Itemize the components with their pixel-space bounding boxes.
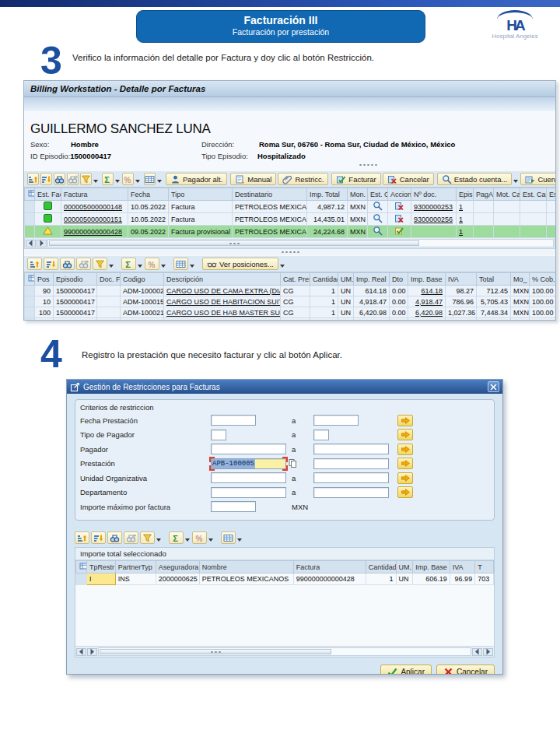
column-header[interactable]: Tipo xyxy=(169,188,233,201)
column-header[interactable]: Imp. Base xyxy=(408,273,446,286)
column-header[interactable]: Cat. Pres. xyxy=(281,273,310,286)
dropdown-arrow-icon[interactable] xyxy=(237,538,242,542)
dialog-close-button[interactable] xyxy=(488,381,499,392)
cell-link[interactable]: 6,420.98 xyxy=(415,309,443,317)
column-header[interactable]: Epis. xyxy=(457,188,474,201)
fecha-prestacion-multi-select-button[interactable] xyxy=(397,415,413,426)
scroll-left-button[interactable] xyxy=(26,240,36,247)
cell-link[interactable]: 1 xyxy=(459,228,463,236)
dropdown-arrow-icon[interactable] xyxy=(208,538,213,542)
cell-link[interactable]: CARGO USO DE HAB MASTER SUITE (DIA) xyxy=(166,309,281,317)
find-next-button[interactable] xyxy=(76,258,91,270)
sum-button[interactable]: Σ xyxy=(121,258,136,270)
filter-button[interactable] xyxy=(80,173,92,185)
grid-button[interactable] xyxy=(221,531,236,544)
row-select-cell[interactable] xyxy=(25,318,35,321)
invoice-row[interactable]: 00000500000015110.05.2022FacturaPETROLEO… xyxy=(25,213,556,226)
dropdown-arrow-icon[interactable] xyxy=(157,180,162,183)
cuentas-button[interactable]: Cuentas xyxy=(520,173,556,185)
sum-button[interactable]: Σ xyxy=(102,173,114,185)
row-select-cell[interactable] xyxy=(25,307,35,318)
fecha-prestacion-from-input[interactable] xyxy=(211,415,256,426)
pagador-to-input[interactable] xyxy=(313,444,389,454)
column-header[interactable]: Total xyxy=(477,273,511,286)
column-header[interactable]: Dto xyxy=(390,273,408,286)
grid-button[interactable] xyxy=(173,258,188,270)
column-header[interactable]: UM. xyxy=(338,273,354,286)
cell-link[interactable]: 000005000000151 xyxy=(64,216,122,223)
column-header[interactable]: Mon. xyxy=(348,188,368,201)
ver-posiciones-button[interactable]: Ver posiciones... xyxy=(202,258,278,270)
filter-button[interactable] xyxy=(93,258,107,270)
select-all-cell[interactable] xyxy=(76,561,87,573)
column-header[interactable]: Nº doc. xyxy=(411,188,457,201)
column-header[interactable]: Nombre xyxy=(199,561,293,573)
filter-button[interactable] xyxy=(140,531,155,544)
column-header[interactable]: Cantidad xyxy=(366,561,396,573)
cancelar-button[interactable]: Cancelar xyxy=(383,173,434,185)
dropdown-arrow-icon[interactable] xyxy=(93,180,98,183)
departamento-to-input[interactable] xyxy=(313,487,389,498)
column-header[interactable]: Imp. Total xyxy=(307,188,348,201)
dropdown-arrow-icon[interactable] xyxy=(513,180,518,183)
position-row[interactable]: 1101500000417ADM-100086PROTOCOLO DE SANI… xyxy=(25,318,556,321)
prestacion-multi-select-button[interactable] xyxy=(397,458,413,469)
cell-link[interactable]: 990000000000428 xyxy=(64,228,122,236)
dropdown-arrow-icon[interactable] xyxy=(135,180,140,183)
column-header[interactable]: PartnerTyp xyxy=(115,561,156,573)
column-header[interactable]: Est. Canc. xyxy=(520,188,547,201)
copy-icon[interactable] xyxy=(288,458,298,469)
invoice-row[interactable]: 99000000000042809.05.2022Factura provisi… xyxy=(25,226,556,238)
dropdown-arrow-icon[interactable] xyxy=(190,265,194,268)
invoice-row[interactable]: 00000500000014810.05.2022FacturaPETROLEO… xyxy=(25,201,556,213)
cell-link[interactable]: 1 xyxy=(459,216,463,223)
sort-desc-button[interactable] xyxy=(44,258,58,270)
cell-link[interactable]: 1 xyxy=(459,203,463,211)
scroll-thumb[interactable] xyxy=(49,240,419,246)
column-header[interactable]: Factura xyxy=(61,188,128,201)
column-header[interactable]: Cantidad xyxy=(310,273,338,286)
splitter-grip[interactable] xyxy=(281,251,299,254)
cell-link[interactable]: CARGO USO DE HABITACION SUITE (DIA) xyxy=(166,298,281,306)
column-header[interactable]: Mot. Canc xyxy=(494,188,520,201)
position-row[interactable]: 101500000417ADM-100015CARGO USO DE HABIT… xyxy=(25,296,556,307)
grid-splitter[interactable] xyxy=(24,249,555,255)
dropdown-arrow-icon[interactable] xyxy=(280,265,285,268)
cell-link[interactable]: 614.18 xyxy=(421,287,443,295)
dialog-titlebar[interactable]: Gestión de Restricciones para Facturas xyxy=(67,380,502,394)
restricc-button[interactable]: Restricc. xyxy=(278,173,328,185)
column-header[interactable]: Fecha xyxy=(128,188,169,201)
row-select-cell[interactable] xyxy=(25,286,35,296)
column-header[interactable]: % Cob. xyxy=(530,273,556,286)
dropdown-arrow-icon[interactable] xyxy=(161,265,166,268)
importe-maximo-por-factura-from-input[interactable] xyxy=(211,501,256,512)
select-all-cell[interactable] xyxy=(25,188,35,201)
departamento-from-input[interactable] xyxy=(211,487,286,498)
selection-grid-hscrollbar[interactable] xyxy=(75,646,494,657)
column-header[interactable]: T xyxy=(475,561,494,573)
find-next-button[interactable] xyxy=(124,531,138,544)
tipo-de-pagador-multi-select-button[interactable] xyxy=(397,429,413,440)
position-row[interactable]: 901500000417ADM-100002CARGO USO DE CAMA … xyxy=(25,286,556,296)
cell-link[interactable]: 4,918.47 xyxy=(415,298,443,306)
invoice-grid-hscrollbar[interactable] xyxy=(24,238,555,249)
cell-link[interactable]: 9300000256 xyxy=(414,216,453,223)
column-header[interactable]: Factura xyxy=(293,561,366,573)
select-all-cell[interactable] xyxy=(25,273,35,286)
row-select-cell[interactable] xyxy=(25,296,35,307)
cell-link[interactable]: CARGO USO DE CAMA EXTRA (DIA) xyxy=(166,287,281,295)
scroll-right-button[interactable] xyxy=(87,648,97,656)
dropdown-arrow-icon[interactable] xyxy=(156,538,161,542)
dropdown-arrow-icon[interactable] xyxy=(185,538,190,542)
facturar-button[interactable]: Facturar xyxy=(331,173,380,185)
departamento-multi-select-button[interactable] xyxy=(397,486,413,498)
column-header[interactable]: Pos xyxy=(35,273,54,286)
column-header[interactable]: Est. Fact. xyxy=(35,188,61,201)
restriction-row[interactable]: IINS2000000625PETROLEOS MEXICANOS9900000… xyxy=(76,573,494,585)
percent-button[interactable]: % xyxy=(145,258,159,270)
unidad-organizativa-from-input[interactable] xyxy=(211,472,286,483)
column-header[interactable]: Imp. Real xyxy=(354,273,390,286)
pagador-multi-select-button[interactable] xyxy=(397,444,413,455)
dropdown-arrow-icon[interactable] xyxy=(138,265,142,268)
sort-asc-button[interactable] xyxy=(27,258,42,270)
